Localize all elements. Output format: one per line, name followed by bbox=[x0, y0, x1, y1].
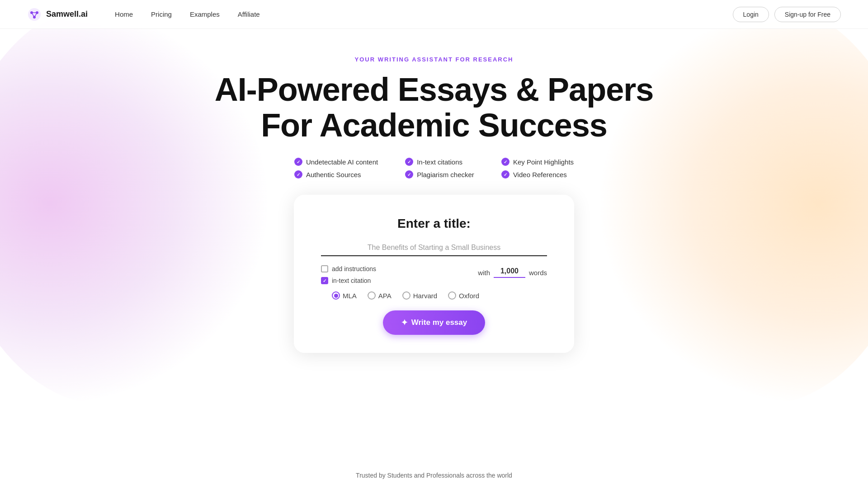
login-button[interactable]: Login bbox=[733, 7, 769, 22]
feature-label-in-text: In-text citations bbox=[417, 158, 462, 166]
nav-item-home[interactable]: Home bbox=[115, 10, 133, 18]
words-pre-label: with bbox=[478, 269, 490, 277]
feature-label-plagiarism: Plagiarism checker bbox=[417, 171, 474, 178]
nav-item-pricing[interactable]: Pricing bbox=[151, 10, 172, 18]
radio-harvard bbox=[402, 291, 410, 300]
hero-title-line1: AI-Powered Essays & Papers bbox=[215, 71, 653, 108]
radio-mla bbox=[332, 291, 340, 300]
citation-oxford[interactable]: Oxford bbox=[448, 291, 479, 300]
features-list: Undetectable AI content In-text citation… bbox=[294, 158, 574, 178]
feature-in-text: In-text citations bbox=[405, 158, 474, 166]
citation-style-row: MLA APA Harvard Oxford bbox=[321, 291, 547, 300]
checkbox-add-instructions-box bbox=[321, 265, 328, 272]
citation-apa[interactable]: APA bbox=[368, 291, 392, 300]
citation-apa-label: APA bbox=[378, 292, 392, 300]
tagline: YOUR WRITING ASSISTANT FOR RESEARCH bbox=[355, 56, 514, 63]
svg-point-0 bbox=[28, 8, 41, 21]
essay-title-input[interactable] bbox=[321, 244, 547, 256]
feature-video: Video References bbox=[501, 170, 574, 178]
options-row: add instructions in-text citation with w… bbox=[321, 265, 547, 284]
feature-plagiarism: Plagiarism checker bbox=[405, 170, 474, 178]
nav-item-affiliate[interactable]: Affiliate bbox=[238, 10, 260, 18]
write-essay-button[interactable]: ✦ Write my essay bbox=[383, 310, 485, 335]
checkbox-in-text-box bbox=[321, 277, 328, 284]
add-instructions-label: add instructions bbox=[332, 265, 376, 272]
check-icon-undetectable bbox=[294, 158, 302, 166]
essay-card: Enter a title: add instructions in-text … bbox=[294, 195, 574, 353]
logo-icon bbox=[27, 7, 42, 22]
feature-label-authentic: Authentic Sources bbox=[306, 171, 361, 178]
check-icon-authentic bbox=[294, 170, 302, 178]
navbar: Samwell.ai Home Pricing Examples Affilia… bbox=[0, 0, 868, 29]
nav-item-examples[interactable]: Examples bbox=[190, 10, 220, 18]
check-icon-key-points bbox=[501, 158, 509, 166]
feature-authentic: Authentic Sources bbox=[294, 170, 378, 178]
nav-links: Home Pricing Examples Affiliate bbox=[115, 10, 733, 18]
hero-title: AI-Powered Essays & Papers For Academic … bbox=[215, 72, 653, 143]
citation-mla[interactable]: MLA bbox=[332, 291, 357, 300]
check-icon-video bbox=[501, 170, 509, 178]
logo[interactable]: Samwell.ai bbox=[27, 7, 88, 22]
main-content: YOUR WRITING ASSISTANT FOR RESEARCH AI-P… bbox=[0, 29, 868, 353]
logo-text: Samwell.ai bbox=[46, 9, 88, 19]
citation-mla-label: MLA bbox=[343, 292, 357, 300]
words-input[interactable] bbox=[494, 267, 525, 278]
citation-oxford-label: Oxford bbox=[459, 292, 479, 300]
card-title: Enter a title: bbox=[397, 216, 471, 231]
bottom-trusted-text: Trusted by Students and Professionals ac… bbox=[356, 472, 512, 479]
checkboxes: add instructions in-text citation bbox=[321, 265, 376, 284]
citation-harvard[interactable]: Harvard bbox=[402, 291, 437, 300]
words-post-label: words bbox=[529, 269, 547, 277]
citation-harvard-label: Harvard bbox=[413, 292, 437, 300]
words-row: with words bbox=[478, 265, 547, 278]
radio-oxford bbox=[448, 291, 456, 300]
in-text-citation-checkbox[interactable]: in-text citation bbox=[321, 277, 376, 284]
feature-undetectable: Undetectable AI content bbox=[294, 158, 378, 166]
add-instructions-checkbox[interactable]: add instructions bbox=[321, 265, 376, 272]
check-icon-plagiarism bbox=[405, 170, 413, 178]
feature-label-video: Video References bbox=[513, 171, 567, 178]
in-text-citation-label: in-text citation bbox=[332, 277, 371, 284]
feature-label-undetectable: Undetectable AI content bbox=[306, 158, 378, 166]
plus-icon: ✦ bbox=[401, 318, 408, 328]
feature-key-points: Key Point Highlights bbox=[501, 158, 574, 166]
check-icon-in-text bbox=[405, 158, 413, 166]
signup-button[interactable]: Sign-up for Free bbox=[774, 7, 841, 22]
hero-title-line2: For Academic Success bbox=[261, 107, 607, 143]
write-essay-label: Write my essay bbox=[411, 318, 467, 327]
radio-apa bbox=[368, 291, 376, 300]
nav-actions: Login Sign-up for Free bbox=[733, 7, 841, 22]
feature-label-key-points: Key Point Highlights bbox=[513, 158, 574, 166]
